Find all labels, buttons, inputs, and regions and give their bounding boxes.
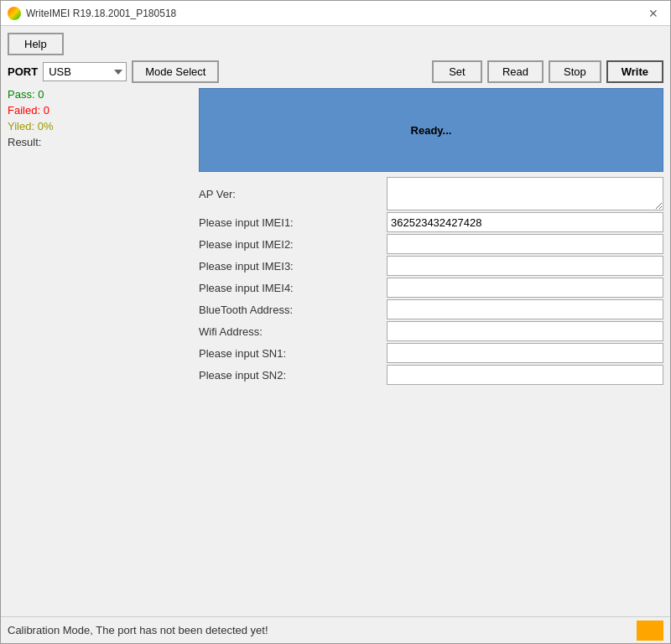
field-row-imei3: Please input IMEI3: [199, 256, 663, 276]
ready-box: Ready... [199, 88, 663, 172]
result-label: Result: [8, 136, 41, 148]
close-button[interactable]: ✕ [643, 5, 663, 22]
bluetooth-input[interactable] [387, 299, 663, 319]
sn1-input[interactable] [387, 343, 663, 363]
pass-row: Pass: 0 [8, 88, 192, 101]
imei3-label: Please input IMEI3: [199, 260, 383, 273]
status-indicator [637, 621, 663, 641]
status-bar: Calibration Mode, The port has not been … [1, 616, 670, 643]
title-bar-left: WriteIMEI R19.18.2001_P180518 [8, 7, 176, 20]
main-window: WriteIMEI R19.18.2001_P180518 ✕ Help POR… [0, 0, 671, 644]
imei3-input[interactable] [387, 256, 663, 276]
imei4-input[interactable] [387, 278, 663, 298]
field-row-sn1: Please input SN1: [199, 343, 663, 363]
imei1-input[interactable] [387, 212, 663, 232]
right-panel: Ready... AP Ver: Please input IMEI1: [199, 88, 663, 610]
help-button[interactable]: Help [8, 33, 64, 55]
mode-select-button[interactable]: Mode Select [132, 60, 219, 83]
field-row-imei2: Please input IMEI2: [199, 234, 663, 254]
window-title: WriteIMEI R19.18.2001_P180518 [26, 8, 176, 19]
imei2-input[interactable] [387, 234, 663, 254]
bluetooth-label: BlueTooth Address: [199, 304, 383, 316]
title-bar: WriteIMEI R19.18.2001_P180518 ✕ [1, 1, 670, 26]
pass-label: Pass: [8, 88, 35, 101]
field-row-wifi: Wifi Address: [199, 321, 663, 341]
stop-button[interactable]: Stop [549, 60, 601, 83]
main-area: Pass: 0 Failed: 0 Yiled: 0% Result: [8, 88, 663, 610]
field-row-imei4: Please input IMEI4: [199, 278, 663, 298]
pass-value: 0 [38, 88, 44, 101]
content-area: Help PORT USB Mode Select Set Read Stop … [1, 26, 670, 616]
app-icon [8, 7, 21, 20]
field-row-imei1: Please input IMEI1: [199, 212, 663, 232]
ap-ver-label: AP Ver: [199, 188, 383, 200]
sn2-input[interactable] [387, 365, 663, 385]
ready-text: Ready... [411, 124, 452, 137]
write-button[interactable]: Write [606, 60, 663, 83]
read-button[interactable]: Read [487, 60, 544, 83]
yield-value: 0% [38, 120, 54, 132]
yield-row: Yiled: 0% [8, 120, 192, 132]
status-bar-text: Calibration Mode, The port has not been … [8, 624, 268, 636]
field-row-ap-ver: AP Ver: [199, 177, 663, 210]
result-row: Result: [8, 136, 192, 148]
help-row: Help [8, 33, 663, 55]
imei2-label: Please input IMEI2: [199, 238, 383, 251]
wifi-label: Wifi Address: [199, 325, 383, 338]
yield-label: Yiled: [8, 120, 34, 132]
left-panel: Pass: 0 Failed: 0 Yiled: 0% Result: [8, 88, 192, 610]
sn1-label: Please input SN1: [199, 347, 383, 360]
sn2-label: Please input SN2: [199, 369, 383, 382]
wifi-input[interactable] [387, 321, 663, 341]
field-row-bluetooth: BlueTooth Address: [199, 299, 663, 319]
field-row-sn2: Please input SN2: [199, 365, 663, 385]
imei1-label: Please input IMEI1: [199, 216, 383, 229]
failed-label: Failed: [8, 104, 40, 117]
ap-ver-input[interactable] [387, 177, 663, 210]
failed-row: Failed: 0 [8, 104, 192, 117]
failed-value: 0 [44, 104, 49, 117]
port-select[interactable]: USB [43, 62, 127, 81]
port-row: PORT USB Mode Select Set Read Stop Write [8, 60, 663, 83]
fields-grid: AP Ver: Please input IMEI1: Please input… [199, 177, 663, 385]
imei4-label: Please input IMEI4: [199, 282, 383, 294]
port-label: PORT [8, 65, 38, 78]
set-button[interactable]: Set [432, 60, 482, 83]
